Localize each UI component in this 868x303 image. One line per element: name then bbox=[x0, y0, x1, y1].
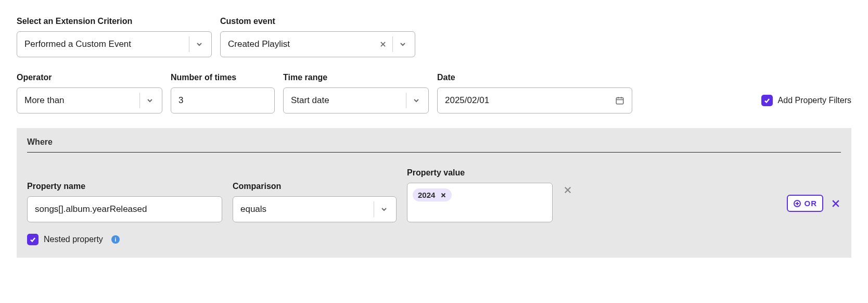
comparison-value: equals bbox=[240, 204, 368, 214]
remove-tag-icon[interactable] bbox=[440, 192, 446, 198]
chevron-down-icon[interactable] bbox=[145, 96, 155, 105]
number-of-times-label: Number of times bbox=[171, 73, 275, 82]
operator-field: Operator More than bbox=[17, 73, 162, 113]
custom-event-label: Custom event bbox=[220, 17, 415, 26]
top-row: Select an Extension Criterion Performed … bbox=[17, 17, 851, 57]
date-label: Date bbox=[437, 73, 632, 82]
property-name-value: songs[].album.yearReleased bbox=[35, 204, 147, 214]
property-name-field: Property name songs[].album.yearReleased bbox=[27, 182, 222, 222]
remove-row-icon[interactable] bbox=[831, 198, 841, 209]
criterion-value: Performed a Custom Event bbox=[24, 39, 184, 49]
date-field: Date 2025/02/01 bbox=[437, 73, 632, 113]
add-property-filters-label: Add Property Filters bbox=[778, 96, 851, 105]
chevron-down-icon[interactable] bbox=[379, 205, 389, 214]
where-header: Where bbox=[27, 137, 841, 153]
time-range-divider bbox=[406, 93, 406, 108]
chevron-down-icon[interactable] bbox=[412, 96, 421, 105]
clear-value-icon[interactable] bbox=[563, 185, 572, 195]
chevron-down-icon[interactable] bbox=[195, 40, 204, 49]
nested-property-label: Nested property bbox=[44, 235, 103, 244]
criterion-label: Select an Extension Criterion bbox=[17, 17, 212, 26]
time-range-label: Time range bbox=[283, 73, 429, 82]
comparison-label: Comparison bbox=[233, 182, 397, 191]
info-icon[interactable]: i bbox=[111, 235, 120, 244]
criterion-field: Select an Extension Criterion Performed … bbox=[17, 17, 212, 57]
custom-event-divider bbox=[392, 36, 393, 52]
property-value-input[interactable]: 2024 bbox=[407, 183, 553, 222]
criterion-divider bbox=[189, 36, 189, 52]
comparison-select[interactable]: equals bbox=[233, 196, 397, 222]
custom-event-value: Created Playlist bbox=[228, 39, 379, 49]
number-of-times-field: Number of times 3 bbox=[171, 73, 275, 113]
calendar-icon[interactable] bbox=[615, 96, 624, 105]
criterion-select[interactable]: Performed a Custom Event bbox=[17, 31, 212, 57]
time-range-select[interactable]: Start date bbox=[283, 87, 429, 113]
comparison-field: Comparison equals bbox=[233, 182, 397, 222]
add-property-filters-row: Add Property Filters bbox=[761, 87, 851, 113]
time-range-field: Time range Start date bbox=[283, 73, 429, 113]
custom-event-select[interactable]: Created Playlist bbox=[220, 31, 415, 57]
where-panel: Where Property name songs[].album.yearRe… bbox=[17, 128, 851, 258]
nested-property-row: Nested property i bbox=[27, 234, 841, 245]
date-input[interactable]: 2025/02/01 bbox=[437, 87, 632, 113]
property-value-tag: 2024 bbox=[413, 188, 452, 201]
chevron-down-icon[interactable] bbox=[398, 40, 407, 49]
add-property-filters-checkbox[interactable] bbox=[761, 95, 773, 106]
or-label: OR bbox=[805, 199, 818, 208]
property-name-label: Property name bbox=[27, 182, 222, 191]
date-value: 2025/02/01 bbox=[445, 95, 489, 106]
nested-property-checkbox[interactable] bbox=[27, 234, 39, 245]
operator-divider bbox=[139, 93, 140, 108]
property-value-label: Property value bbox=[407, 168, 553, 178]
second-row: Operator More than Number of times 3 Tim… bbox=[17, 73, 851, 113]
number-of-times-input[interactable]: 3 bbox=[171, 87, 275, 113]
operator-value: More than bbox=[24, 95, 134, 106]
clear-custom-event-icon[interactable] bbox=[379, 40, 387, 48]
or-button[interactable]: OR bbox=[787, 195, 824, 212]
custom-event-field: Custom event Created Playlist bbox=[220, 17, 415, 57]
number-of-times-value: 3 bbox=[178, 95, 183, 106]
property-name-input[interactable]: songs[].album.yearReleased bbox=[27, 196, 222, 222]
svg-rect-2 bbox=[616, 98, 623, 104]
tag-text: 2024 bbox=[418, 191, 435, 199]
where-row: Property name songs[].album.yearReleased… bbox=[27, 168, 841, 222]
operator-label: Operator bbox=[17, 73, 162, 82]
time-range-value: Start date bbox=[291, 95, 401, 106]
operator-select[interactable]: More than bbox=[17, 87, 162, 113]
comparison-divider bbox=[374, 201, 374, 217]
property-value-field: Property value 2024 bbox=[407, 168, 553, 222]
